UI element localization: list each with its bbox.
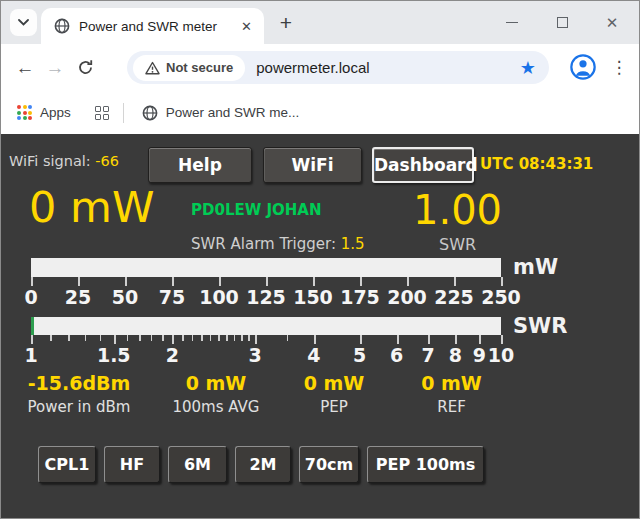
swr-readout-caption: SWR (439, 235, 476, 254)
70cm-button[interactable]: 70cm (299, 446, 359, 483)
stat-label: REF (409, 398, 494, 416)
swr-meter-fill (31, 317, 34, 335)
star-icon: ★ (520, 58, 536, 78)
swr-meter-unit-label: SWR (513, 314, 567, 338)
page-content: WiFi signal: -66 Help WiFi Dashboard UTC… (1, 134, 639, 519)
swr-meter-track (31, 317, 501, 335)
wifi-signal-value: -66 (95, 153, 119, 169)
back-button[interactable]: ← (10, 53, 40, 83)
chevron-down-icon (18, 19, 29, 26)
reload-button[interactable] (70, 53, 100, 83)
browser-tab[interactable]: Power and SWR meter ✕ (41, 8, 264, 44)
power-readout: 0 mW (29, 182, 154, 232)
apps-label: Apps (40, 105, 71, 120)
tab-strip: Power and SWR meter ✕ + ✕ (1, 1, 639, 44)
hf-button[interactable]: HF (104, 446, 160, 483)
minimize-icon (506, 22, 518, 23)
address-bar[interactable]: Not secure powermeter.local ★ (127, 51, 549, 84)
apps-shortcut[interactable]: Apps (1, 101, 77, 124)
2m-button[interactable]: 2M (235, 446, 291, 483)
reading-list-icon[interactable] (95, 106, 109, 120)
cpl1-button[interactable]: CPL1 (38, 446, 96, 483)
kebab-menu-icon: ⋮ (611, 58, 628, 77)
forward-button[interactable]: → (40, 53, 70, 83)
browser-menu-button[interactable]: ⋮ (607, 53, 631, 82)
stat-label: Power in dBm (19, 398, 139, 416)
profile-avatar-icon (569, 53, 597, 81)
browser-toolbar: ← → Not secure powermeter.local ★ ⋮ (1, 44, 639, 91)
swr-alarm-label: SWR Alarm Trigger: (191, 235, 336, 253)
bookmark-star-button[interactable]: ★ (520, 57, 536, 79)
utc-clock: UTC 08:43:31 (480, 155, 593, 173)
close-icon: ✕ (606, 14, 619, 32)
callsign: PD0LEW JOHAN (191, 201, 322, 219)
wifi-button[interactable]: WiFi (263, 147, 362, 183)
security-chip-label: Not secure (166, 60, 233, 75)
band-button-row: CPL1 HF 6M 2M 70cm PEP 100ms (38, 446, 484, 483)
stat-value: -15.6dBm (19, 372, 139, 394)
pep-100ms-button[interactable]: PEP 100ms (367, 446, 484, 483)
power-meter-scale: 0255075100125150175200225250 (31, 286, 501, 308)
apps-grid-icon (17, 105, 32, 120)
maximize-icon (557, 17, 568, 28)
bookmarks-bar: Apps Power and SWR me... (1, 91, 639, 134)
tab-close-button[interactable]: ✕ (237, 17, 256, 36)
swr-alarm-trigger: SWR Alarm Trigger: 1.5 (191, 235, 365, 253)
bookmark-item[interactable]: Power and SWR me... (136, 101, 306, 125)
stat-value: 0 mW (294, 372, 374, 394)
stat-label: 100ms AVG (161, 398, 271, 416)
window-minimize-button[interactable] (499, 11, 525, 35)
window-maximize-button[interactable] (549, 11, 575, 35)
window-close-button[interactable]: ✕ (599, 11, 625, 35)
swr-readout: 1.00 (413, 187, 502, 233)
browser-window: Power and SWR meter ✕ + ✕ ← → Not secure… (0, 0, 640, 519)
globe-favicon-icon (54, 18, 70, 34)
dashboard-button[interactable]: Dashboard (372, 147, 474, 183)
stat-power-dbm: -15.6dBm Power in dBm (19, 372, 139, 416)
stat-pep: 0 mW PEP (294, 372, 374, 416)
6m-button[interactable]: 6M (168, 446, 227, 483)
url-text: powermeter.local (256, 59, 520, 76)
security-chip[interactable]: Not secure (133, 55, 245, 81)
bookmark-label: Power and SWR me... (166, 105, 300, 120)
back-arrow-icon: ← (16, 57, 35, 79)
stat-ref: 0 mW REF (409, 372, 494, 416)
wifi-signal: WiFi signal: -66 (9, 153, 119, 169)
warning-triangle-icon (145, 61, 160, 75)
window-controls: ✕ (499, 1, 633, 44)
globe-bookmark-icon (142, 105, 158, 121)
wifi-signal-label: WiFi signal: (9, 153, 91, 169)
tab-list-button[interactable] (10, 9, 37, 36)
power-meter-track (31, 258, 501, 277)
profile-button[interactable] (568, 53, 597, 82)
help-button[interactable]: Help (148, 147, 252, 183)
stat-value: 0 mW (161, 372, 271, 394)
forward-arrow-icon: → (46, 57, 65, 79)
swr-meter-scale: 11.52345678910 (31, 344, 501, 366)
tab-title: Power and SWR meter (79, 19, 237, 34)
reload-icon (77, 59, 94, 76)
power-meter-unit-label: mW (513, 255, 558, 279)
new-tab-button[interactable]: + (273, 10, 299, 36)
stat-label: PEP (294, 398, 374, 416)
bookmarks-divider (123, 103, 124, 123)
stat-value: 0 mW (409, 372, 494, 394)
swr-alarm-value: 1.5 (341, 235, 365, 253)
stat-100ms-avg: 0 mW 100ms AVG (161, 372, 271, 416)
